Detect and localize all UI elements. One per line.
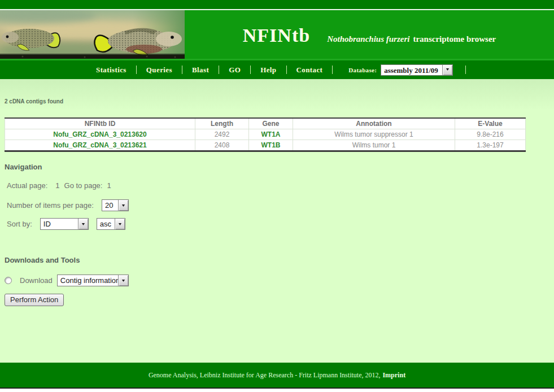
actual-page-value: 1 (55, 181, 59, 190)
download-option-value: Contig information (58, 275, 118, 286)
gene-link[interactable]: WT1A (261, 130, 281, 138)
column-header-id: NFINtb ID (5, 118, 195, 129)
sort-field-value: ID (41, 219, 78, 229)
imprint-link[interactable]: Imprint (382, 371, 405, 380)
nav-separator (465, 66, 466, 74)
sort-field-select[interactable]: ID ▼ (40, 218, 89, 230)
table-row: Nofu_GRZ_cDNA_3_0213621 2408 WT1B Wilms … (5, 140, 526, 151)
items-per-page-line: Number of items per page: 20 ▼ (7, 199, 554, 211)
nav-item-contact[interactable]: Contact (296, 66, 323, 75)
main-nav: Statistics Queries Blast GO Help Contact… (0, 60, 554, 79)
title-banner: NFINtb Nothobranchius furzeritranscripto… (185, 10, 554, 59)
download-label: Download (20, 276, 53, 285)
contig-id-link[interactable]: Nofu_GRZ_cDNA_3_0213620 (53, 130, 146, 138)
top-bar (0, 0, 554, 9)
nav-item-help[interactable]: Help (260, 66, 276, 75)
table-header-row: NFINtb ID Length Gene Annotation E-Value (5, 118, 526, 129)
killifish-photo (0, 10, 185, 59)
nav-separator (286, 66, 287, 74)
page-footer: Genome Analysis, Leibniz Institute for A… (0, 363, 554, 387)
app-title: NFINtb (243, 25, 310, 46)
footer-bottom-line (0, 387, 554, 389)
download-line: Download Contig information ▼ (5, 275, 554, 286)
nav-separator (182, 66, 182, 74)
sort-by-label: Sort by: (7, 220, 32, 228)
navigation-heading: Navigation (5, 163, 554, 171)
annotation-value: Wilms tumor 1 (293, 140, 455, 151)
column-header-length: Length (195, 118, 249, 129)
contig-id-link[interactable]: Nofu_GRZ_cDNA_3_0213621 (53, 141, 146, 149)
species-name: Nothobranchius furzeri (327, 34, 409, 43)
goto-page-value[interactable]: 1 (107, 181, 111, 190)
actual-page-label: Actual page: (7, 181, 47, 190)
sort-order-select[interactable]: asc ▼ (97, 218, 125, 230)
perform-action-button[interactable]: Perform Action (5, 294, 64, 306)
annotation-value: Wilms tumor suppressor 1 (293, 129, 455, 140)
nav-item-statistics[interactable]: Statistics (96, 66, 126, 75)
table-row: Nofu_GRZ_cDNA_3_0213620 2492 WT1A Wilms … (5, 129, 526, 140)
download-option-select[interactable]: Contig information ▼ (57, 275, 129, 286)
database-select-value: assembly 2011/09 (381, 65, 442, 75)
nav-item-go[interactable]: GO (229, 66, 241, 75)
items-per-page-select[interactable]: 20 ▼ (102, 199, 129, 211)
dropdown-arrow-icon[interactable]: ▼ (118, 275, 128, 286)
footer-text: Genome Analysis, Leibniz Institute for A… (149, 371, 381, 380)
downloads-heading: Downloads and Tools (5, 256, 554, 264)
subtitle-text: transcriptome browser (413, 34, 496, 43)
evalue-value: 9.8e-216 (455, 129, 526, 140)
results-table: NFINtb ID Length Gene Annotation E-Value… (5, 117, 526, 152)
gene-link[interactable]: WT1B (261, 141, 281, 149)
column-header-annotation: Annotation (293, 118, 455, 129)
nav-separator (332, 66, 333, 74)
evalue-value: 1.3e-197 (455, 140, 526, 151)
dropdown-arrow-icon[interactable]: ▼ (442, 65, 452, 75)
dropdown-arrow-icon[interactable]: ▼ (78, 219, 88, 229)
length-value: 2492 (195, 129, 249, 140)
database-select[interactable]: assembly 2011/09 ▼ (381, 64, 453, 76)
nav-separator (219, 66, 219, 74)
page-navigation-line: Actual page: 1 Go to page: 1 (7, 181, 554, 190)
goto-page-label: Go to page: (64, 181, 103, 190)
length-value: 2408 (195, 140, 249, 151)
database-label: Database: (348, 67, 377, 73)
items-per-page-label: Number of items per page: (7, 201, 94, 210)
column-header-gene: Gene (249, 118, 293, 129)
sort-order-value: asc (97, 219, 115, 229)
results-summary: 2 cDNA contigs found (5, 98, 554, 104)
app-subtitle: Nothobranchius furzeritranscriptome brow… (327, 34, 496, 44)
nav-item-blast[interactable]: Blast (192, 66, 209, 75)
page-header: NFINtb Nothobranchius furzeritranscripto… (0, 10, 554, 60)
dropdown-arrow-icon[interactable]: ▼ (115, 219, 125, 229)
items-per-page-value: 20 (102, 200, 118, 211)
nav-separator (250, 66, 251, 74)
sort-line: Sort by: ID ▼ asc ▼ (7, 218, 554, 230)
dropdown-arrow-icon[interactable]: ▼ (118, 200, 128, 211)
column-header-evalue: E-Value (455, 118, 526, 129)
nav-item-queries[interactable]: Queries (146, 66, 172, 75)
nav-separator (136, 66, 137, 74)
main-content: 2 cDNA contigs found NFINtb ID Length Ge… (0, 79, 554, 363)
download-radio[interactable] (5, 277, 12, 284)
